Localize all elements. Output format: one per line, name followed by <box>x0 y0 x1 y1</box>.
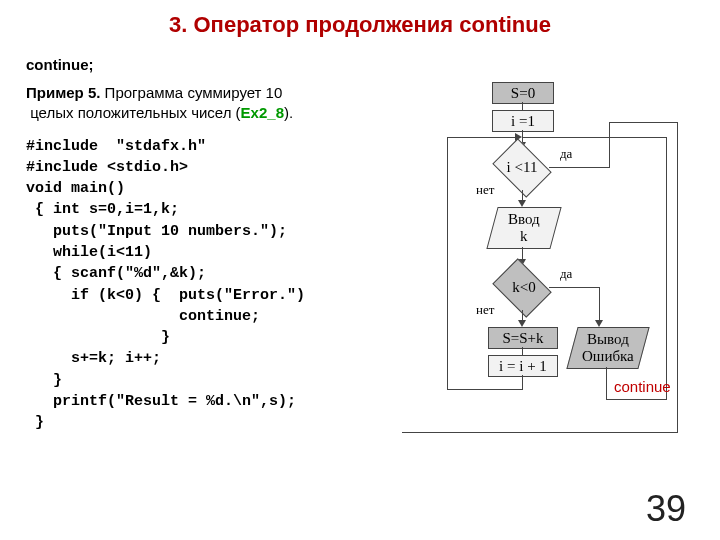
flow-box-ipp: i = i + 1 <box>488 355 558 377</box>
example-description: Пример 5. Программа суммирует 10 целых п… <box>26 83 386 124</box>
continue-label: continue <box>614 378 671 395</box>
flow-box-ssk: S=S+k <box>488 327 558 349</box>
flow-cond1-no: нет <box>476 182 494 198</box>
flow-cond2-no: нет <box>476 302 494 318</box>
flow-paral-input: Ввод k <box>486 207 561 249</box>
example-text3: ). <box>284 104 293 121</box>
flow-cond1-yes: да <box>560 146 572 162</box>
syntax-line: continue; <box>26 56 386 73</box>
flow-box-s0: S=0 <box>492 82 554 104</box>
flow-cond1-label: i <11 <box>500 159 544 176</box>
code-listing: #include "stdafx.h" #include <stdio.h> v… <box>26 136 386 434</box>
flow-paral-error: Вывод Ошибка <box>566 327 649 369</box>
example-label: Пример 5. <box>26 84 100 101</box>
flow-cond2-label: k<0 <box>504 279 544 296</box>
left-column: continue; Пример 5. Программа суммирует … <box>26 56 386 434</box>
flow-box-i1: i =1 <box>492 110 554 132</box>
page-number: 39 <box>646 488 686 530</box>
slide-title: 3. Оператор продолжения continue <box>0 12 720 38</box>
flow-cond2-yes: да <box>560 266 572 282</box>
flowchart: S=0 i =1 i <11 да нет Ввод k k<0 да нет … <box>392 82 692 482</box>
example-text2: целых положительных чисел ( <box>30 104 240 121</box>
example-text1: Программа суммирует 10 <box>100 84 282 101</box>
example-ref: Ex2_8 <box>241 104 284 121</box>
